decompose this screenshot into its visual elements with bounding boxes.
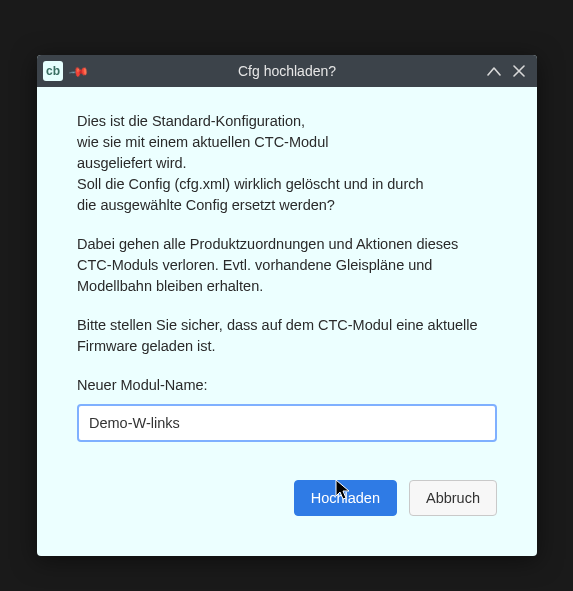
message-paragraph-3: Bitte stellen Sie sicher, dass auf dem C… xyxy=(77,315,497,357)
text-line: Modellbahn bleiben erhalten. xyxy=(77,278,263,294)
text-line: Bitte stellen Sie sicher, dass auf dem C… xyxy=(77,317,478,333)
text-line: ausgeliefert wird. xyxy=(77,155,187,171)
titlebar: cb 📌 Cfg hochladen? xyxy=(37,55,537,87)
message-paragraph-1: Dies ist die Standard-Konfiguration, wie… xyxy=(77,111,497,216)
text-line: Dies ist die Standard-Konfiguration, xyxy=(77,113,305,129)
text-line: CTC-Moduls verloren. Evtl. vorhandene Gl… xyxy=(77,257,432,273)
upload-button[interactable]: Hochladen xyxy=(294,480,397,516)
button-row: Hochladen Abbruch xyxy=(77,480,497,516)
close-icon[interactable] xyxy=(513,64,525,79)
window-title: Cfg hochladen? xyxy=(37,63,537,79)
message-paragraph-2: Dabei gehen alle Produktzuordnungen und … xyxy=(77,234,497,297)
cancel-button[interactable]: Abbruch xyxy=(409,480,497,516)
module-name-label: Neuer Modul-Name: xyxy=(77,375,497,396)
dialog-window: cb 📌 Cfg hochladen? Dies ist die Standar… xyxy=(37,55,537,556)
module-name-input[interactable] xyxy=(77,404,497,442)
text-line: wie sie mit einem aktuellen CTC-Modul xyxy=(77,134,328,150)
dialog-content: Dies ist die Standard-Konfiguration, wie… xyxy=(37,87,537,556)
text-line: Soll die Config (cfg.xml) wirklich gelös… xyxy=(77,176,424,192)
text-line: Dabei gehen alle Produktzuordnungen und … xyxy=(77,236,458,252)
maximize-icon[interactable] xyxy=(487,65,501,78)
titlebar-controls xyxy=(487,64,537,79)
text-line: die ausgewählte Config ersetzt werden? xyxy=(77,197,335,213)
pin-icon[interactable]: 📌 xyxy=(68,60,90,82)
app-icon: cb xyxy=(43,61,63,81)
app-icon-letters: cb xyxy=(46,64,60,78)
text-line: Firmware geladen ist. xyxy=(77,338,216,354)
